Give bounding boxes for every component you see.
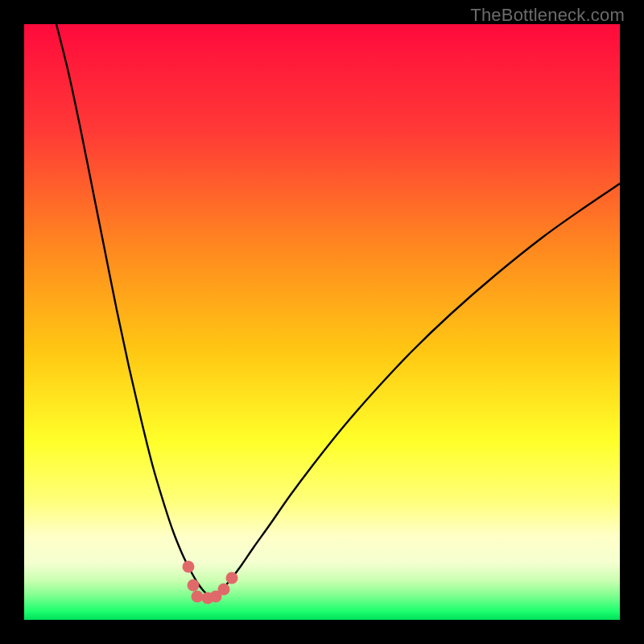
- watermark-text: TheBottleneck.com: [470, 5, 625, 26]
- curve-left: [56, 24, 213, 598]
- trough-markers: [183, 561, 238, 605]
- trough-dot: [218, 584, 230, 596]
- plot-area: [24, 24, 620, 620]
- curve-layer: [24, 24, 620, 620]
- curve-right: [213, 184, 620, 598]
- trough-dot: [226, 572, 238, 584]
- trough-dot: [192, 591, 204, 603]
- trough-dot: [183, 561, 195, 573]
- trough-dot: [188, 580, 200, 592]
